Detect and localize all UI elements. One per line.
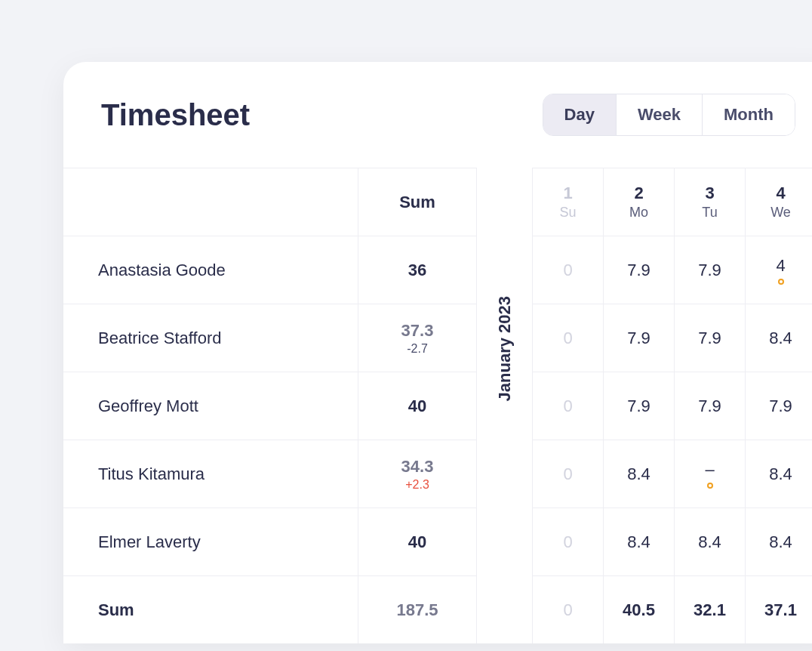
day-header: 1 Su: [533, 168, 603, 236]
day-header: 4 We: [746, 168, 812, 236]
indicator-icon: [778, 279, 784, 285]
sum-cell[interactable]: 40: [358, 508, 476, 575]
hour-cell[interactable]: 0: [533, 372, 603, 440]
hour-cell[interactable]: 8.4: [746, 304, 812, 372]
page-title: Timesheet: [101, 98, 250, 132]
footer-hour-cell: 37.1: [746, 575, 812, 643]
day-header: 3 Tu: [675, 168, 745, 236]
days-columns: 1 Su 0 0 0 0 0 0 2 Mo 7.9: [533, 168, 812, 643]
hour-cell[interactable]: 0: [533, 304, 603, 372]
hour-cell[interactable]: 8.4: [746, 440, 812, 508]
table-row[interactable]: Anastasia Goode: [63, 236, 358, 304]
hour-cell[interactable]: 7.9: [604, 236, 674, 304]
day-header: 2 Mo: [604, 168, 674, 236]
hour-cell[interactable]: 7.9: [675, 304, 745, 372]
hour-cell[interactable]: 0: [533, 508, 603, 575]
header: Timesheet Day Week Month: [63, 62, 812, 168]
name-column: Anastasia Goode Beatrice Stafford Geoffr…: [63, 168, 358, 643]
hour-cell[interactable]: 7.9: [675, 236, 745, 304]
sum-cell[interactable]: 40: [358, 372, 476, 440]
hour-cell[interactable]: 8.4: [604, 508, 674, 575]
day-column: 1 Su 0 0 0 0 0 0: [533, 168, 604, 643]
hour-cell[interactable]: 7.9: [604, 372, 674, 440]
table-row[interactable]: Geoffrey Mott: [63, 372, 358, 440]
toggle-week-button[interactable]: Week: [617, 94, 703, 135]
header-cell-sum: Sum: [358, 168, 476, 236]
day-column: 4 We 4 8.4 7.9 8.4 8.4 37.1: [746, 168, 812, 643]
sum-cell[interactable]: 34.3+2.3: [358, 440, 476, 508]
hour-cell[interactable]: 8.4: [746, 508, 812, 575]
delta-value: +2.3: [405, 478, 429, 492]
sum-cell[interactable]: 37.3-2.7: [358, 304, 476, 372]
timesheet-table: Anastasia Goode Beatrice Stafford Geoffr…: [63, 168, 812, 643]
hour-cell[interactable]: –: [675, 440, 745, 508]
day-column: 3 Tu 7.9 7.9 7.9 – 8.4 32.1: [675, 168, 746, 643]
employee-name: Geoffrey Mott: [98, 396, 198, 416]
employee-name: Elmer Laverty: [98, 532, 201, 552]
hour-cell[interactable]: 0: [533, 236, 603, 304]
hour-cell[interactable]: 8.4: [675, 508, 745, 575]
hour-cell[interactable]: 4: [746, 236, 812, 304]
toggle-day-button[interactable]: Day: [543, 94, 617, 135]
table-row[interactable]: Beatrice Stafford: [63, 304, 358, 372]
table-row[interactable]: Elmer Laverty: [63, 508, 358, 575]
indicator-icon: [707, 483, 713, 489]
footer-hour-cell: 0: [533, 575, 603, 643]
employee-name: Anastasia Goode: [98, 261, 226, 280]
table-row[interactable]: Titus Kitamura: [63, 440, 358, 508]
hour-cell[interactable]: 7.9: [746, 372, 812, 440]
hour-cell[interactable]: 0: [533, 440, 603, 508]
employee-name: Titus Kitamura: [98, 464, 205, 484]
hour-cell[interactable]: 8.4: [604, 440, 674, 508]
month-column: January 2023: [477, 168, 533, 643]
employee-name: Beatrice Stafford: [98, 329, 221, 348]
timesheet-card: Timesheet Day Week Month Anastasia Goode…: [63, 62, 812, 643]
hour-cell[interactable]: 7.9: [604, 304, 674, 372]
hour-cell[interactable]: 7.9: [675, 372, 745, 440]
footer-hour-cell: 32.1: [675, 575, 745, 643]
day-column: 2 Mo 7.9 7.9 7.9 8.4 8.4 40.5: [604, 168, 675, 643]
month-label: January 2023: [495, 296, 515, 401]
sum-cell[interactable]: 36: [358, 236, 476, 304]
footer-hour-cell: 40.5: [604, 575, 674, 643]
toggle-month-button[interactable]: Month: [703, 94, 795, 135]
footer-sum-cell: 187.5: [358, 575, 476, 643]
view-toggle: Day Week Month: [543, 94, 795, 136]
sum-label: Sum: [98, 600, 134, 620]
delta-value: -2.7: [407, 342, 428, 356]
header-cell-empty: [63, 168, 358, 236]
footer-label-cell: Sum: [63, 575, 358, 643]
sum-column: Sum 36 37.3-2.7 40 34.3+2.3 40 187.5: [358, 168, 477, 643]
